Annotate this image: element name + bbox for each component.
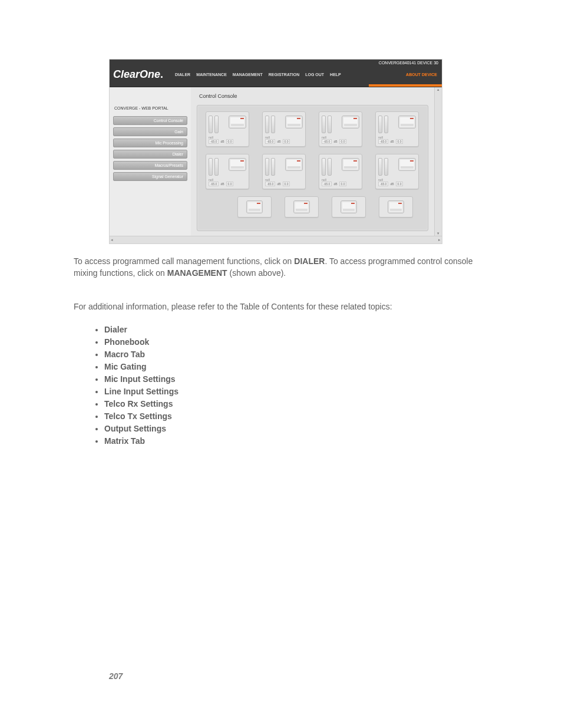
nav-help[interactable]: HELP (330, 73, 341, 77)
about-device-link[interactable]: ABOUT DEVICE (406, 73, 437, 77)
mute-icon[interactable] (285, 116, 303, 129)
additional-info-paragraph: For additional information, please refer… (74, 301, 488, 313)
topic-item: Telco Rx Settings (104, 398, 488, 410)
app-header: ClearOne. DIALER MAINTENANCE MANAGEMENT … (110, 66, 442, 84)
output-card[interactable] (237, 196, 272, 218)
channel-card[interactable]: null -65.0dB0.0 (375, 111, 419, 147)
sidebar-item-signal-generator[interactable]: Signal Generator (113, 172, 187, 181)
card-row: null -65.0dB0.0 null -65.0dB0.0 null -65… (202, 111, 423, 147)
device-label: CONVERGE840141 DEVICE 30 (110, 60, 442, 66)
topic-item: Line Input Settings (104, 386, 488, 398)
page-number: 207 (109, 671, 488, 681)
mute-icon[interactable] (398, 116, 416, 129)
topic-item: Matrix Tab (104, 435, 488, 447)
nav-logout[interactable]: LOG OUT (305, 73, 324, 77)
card-row: null -65.0dB0.0 null -65.0dB0.0 null -65… (202, 154, 423, 189)
scroll-down-icon[interactable]: ▾ (437, 231, 439, 236)
sidebar-item-control-console[interactable]: Control Console (113, 116, 187, 125)
management-keyword: MANAGEMENT (167, 268, 227, 278)
topic-item: Dialer (104, 324, 488, 336)
vertical-scrollbar[interactable]: ▴▾ (434, 87, 442, 236)
mute-icon[interactable] (342, 116, 359, 129)
mute-icon[interactable] (342, 158, 359, 171)
panel-title: Control Console (199, 93, 428, 99)
logo: ClearOne. (113, 68, 163, 81)
output-card[interactable] (379, 196, 413, 218)
output-card[interactable] (285, 196, 319, 218)
channel-card[interactable]: null -65.0dB0.0 (375, 154, 419, 189)
sidebar: CONVERGE - WEB PORTAL Control Console Ga… (110, 87, 191, 236)
sidebar-item-mic-processing[interactable]: Mic Processing (113, 139, 187, 147)
mute-icon[interactable] (246, 200, 263, 213)
channel-card[interactable]: null -65.0dB0.0 (206, 111, 249, 147)
mute-icon[interactable] (398, 158, 416, 171)
topic-item: Output Settings (104, 423, 488, 435)
embedded-screenshot: CONVERGE840141 DEVICE 30 ClearOne. DIALE… (109, 59, 442, 244)
sidebar-item-gain[interactable]: Gain (113, 127, 187, 136)
mute-icon[interactable] (285, 158, 303, 171)
cards-container: null -65.0dB0.0 null -65.0dB0.0 null -65… (197, 105, 428, 231)
channel-card[interactable]: null -65.0dB0.0 (206, 154, 249, 189)
scroll-up-icon[interactable]: ▴ (437, 87, 439, 92)
channel-card[interactable]: null -65.0dB0.0 (319, 111, 362, 147)
topic-item: Telco Tx Settings (104, 410, 488, 423)
topic-item: Mic Gating (104, 361, 488, 373)
main-panel: Control Console null -65.0dB0.0 null -65… (191, 87, 434, 236)
dialer-keyword: DIALER (294, 256, 325, 266)
instruction-paragraph: To access programmed call management fun… (74, 256, 488, 279)
nav-dialer[interactable]: DIALER (175, 73, 190, 77)
related-topics-list: Dialer Phonebook Macro Tab Mic Gating Mi… (74, 324, 488, 447)
channel-card[interactable]: null -65.0dB0.0 (262, 154, 306, 189)
top-nav: DIALER MAINTENANCE MANAGEMENT REGISTRATI… (175, 73, 406, 77)
mute-icon[interactable] (293, 200, 310, 213)
mute-icon[interactable] (229, 116, 246, 129)
topic-item: Mic Input Settings (104, 373, 488, 386)
mute-icon[interactable] (229, 158, 246, 171)
nav-registration[interactable]: REGISTRATION (269, 73, 299, 77)
horizontal-scrollbar[interactable]: ◂▸ (110, 236, 442, 243)
sidebar-item-dialer[interactable]: Dialer (113, 150, 187, 159)
topic-item: Phonebook (104, 336, 488, 348)
scroll-left-icon[interactable]: ◂ (111, 238, 113, 242)
nav-management[interactable]: MANAGEMENT (233, 73, 263, 77)
mute-icon[interactable] (340, 200, 357, 213)
topic-item: Macro Tab (104, 348, 488, 361)
sidebar-title: CONVERGE - WEB PORTAL (114, 106, 186, 110)
output-card[interactable] (332, 196, 366, 218)
nav-maintenance[interactable]: MAINTENANCE (196, 73, 227, 77)
channel-card[interactable]: null -65.0dB0.0 (262, 111, 306, 147)
mute-icon[interactable] (388, 200, 404, 213)
scroll-right-icon[interactable]: ▸ (438, 238, 441, 242)
channel-card[interactable]: null -65.0dB0.0 (319, 154, 362, 189)
sidebar-item-macros-presets[interactable]: Macros/Presets (113, 161, 187, 170)
card-row (202, 196, 423, 218)
